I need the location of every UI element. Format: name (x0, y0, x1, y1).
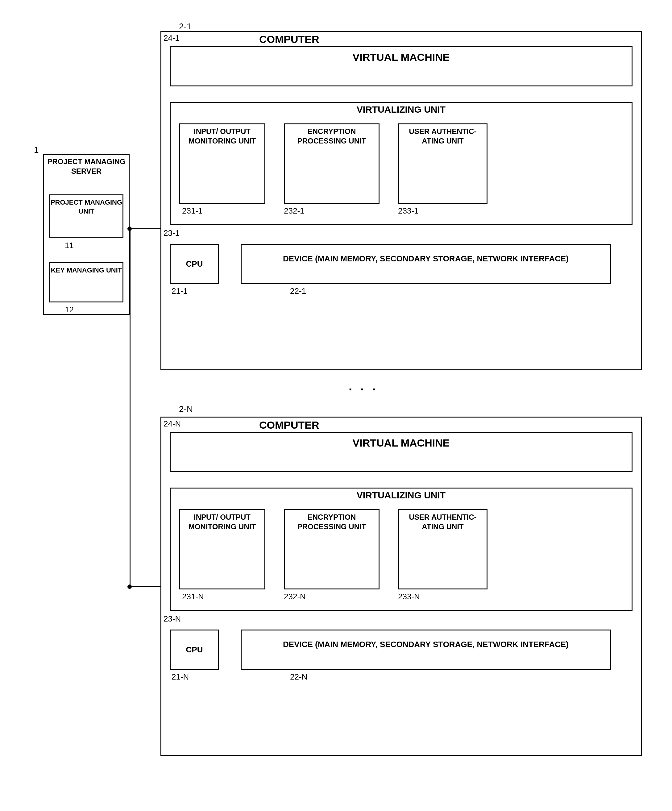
label-24-N: 24-N (163, 419, 181, 429)
label-21-1: 21-1 (171, 287, 188, 296)
cpu1-label: CPU (170, 259, 219, 269)
label-24-1: 24-1 (163, 33, 180, 43)
label-2-1: 2-1 (179, 22, 191, 32)
label-231-N: 231-N (182, 592, 204, 601)
label-22-N: 22-N (290, 672, 307, 682)
server-label: 1 (34, 145, 39, 155)
label-22-1: 22-1 (290, 287, 306, 296)
userN-label: USER AUTHENTIC- ATING UNIT (399, 512, 487, 531)
line-to-compN (130, 586, 160, 587)
enc1-label: ENCRYPTION PROCESSING UNIT (285, 127, 379, 146)
vmN-label: VIRTUAL MACHINE (170, 437, 633, 449)
line-server-to-comp1 (130, 228, 160, 229)
device1-label: DEVICE (MAIN MEMORY, SECONDARY STORAGE, … (241, 253, 610, 264)
computerN-title: COMPUTER (259, 419, 319, 431)
label-23-1: 23-1 (163, 228, 180, 238)
label-11: 11 (65, 241, 74, 250)
line-vert-main (130, 228, 131, 586)
deviceN-label: DEVICE (MAIN MEMORY, SECONDARY STORAGE, … (241, 639, 610, 650)
ellipsis: · · · (349, 383, 378, 397)
label-232-N: 232-N (284, 592, 306, 601)
io1-label: INPUT/ OUTPUT MONITORING UNIT (180, 127, 265, 146)
vm1-label: VIRTUAL MACHINE (170, 51, 633, 63)
server-title: PROJECT MANAGING SERVER (45, 157, 128, 176)
encN-label: ENCRYPTION PROCESSING UNIT (285, 512, 379, 531)
virt1-label: VIRTUALIZING UNIT (170, 104, 633, 115)
user1-label: USER AUTHENTIC- ATING UNIT (399, 127, 487, 146)
label-231-1: 231-1 (182, 206, 203, 216)
label-2-N: 2-N (179, 404, 193, 414)
label-21-N: 21-N (171, 672, 189, 682)
key-managing-unit-label: KEY MANAGING UNIT (50, 266, 123, 275)
dot-junction-1 (127, 227, 132, 231)
label-23-N: 23-N (163, 614, 181, 624)
ioN-label: INPUT/ OUTPUT MONITORING UNIT (180, 512, 265, 531)
computer1-title: COMPUTER (259, 33, 319, 45)
diagram: 1 PROJECT MANAGING SERVER PROJECT MANAGI… (25, 12, 657, 803)
label-233-1: 233-1 (398, 206, 419, 216)
virtN-label: VIRTUALIZING UNIT (170, 490, 633, 501)
cpuN-label: CPU (170, 645, 219, 655)
label-12: 12 (65, 305, 74, 314)
label-233-N: 233-N (398, 592, 420, 601)
label-232-1: 232-1 (284, 206, 305, 216)
project-managing-unit-label: PROJECT MANAGING UNIT (50, 198, 123, 216)
dot-junction-N (127, 584, 132, 589)
